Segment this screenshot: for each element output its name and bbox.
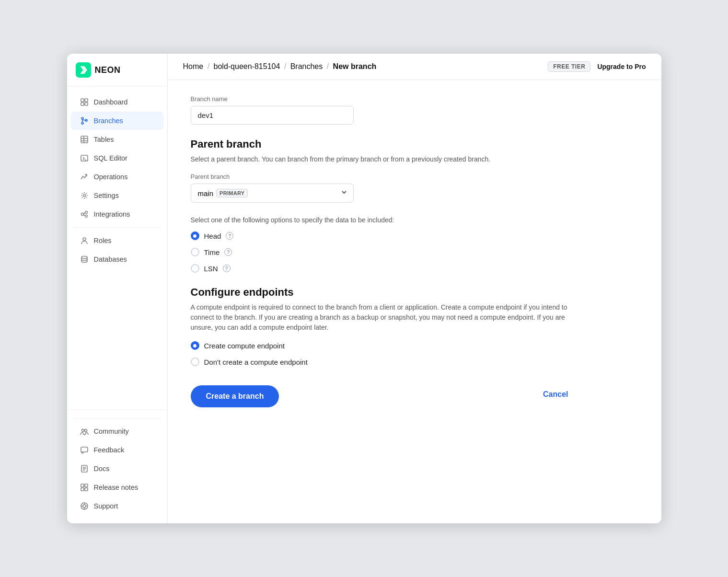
sidebar-item-integrations-label: Integrations	[94, 210, 130, 218]
svg-point-36	[83, 505, 86, 508]
sidebar-item-feedback[interactable]: Feedback	[71, 441, 163, 459]
sidebar-item-databases[interactable]: Databases	[71, 250, 163, 268]
sidebar-item-release-label: Release notes	[94, 484, 139, 491]
sidebar-item-roles[interactable]: Roles	[71, 231, 163, 250]
integrations-icon	[80, 209, 89, 219]
parent-branch-select[interactable]: main PRIMARY	[191, 184, 354, 203]
sidebar-item-integrations[interactable]: Integrations	[71, 205, 163, 223]
options-desc: Select one of the following options to s…	[191, 216, 576, 224]
sidebar-item-release-notes[interactable]: Release notes	[71, 478, 163, 496]
sidebar-item-settings[interactable]: Settings	[71, 186, 163, 205]
breadcrumb-sep-3: /	[327, 62, 331, 70]
svg-rect-31	[81, 484, 84, 487]
sidebar-item-sql-editor[interactable]: SQL Editor	[71, 149, 163, 167]
table-icon	[80, 135, 89, 144]
neon-logo-icon	[76, 62, 91, 78]
radio-create-endpoint-circle	[191, 341, 199, 350]
svg-point-22	[83, 238, 86, 241]
sidebar-item-roles-label: Roles	[94, 237, 112, 244]
svg-point-19	[85, 215, 87, 218]
svg-line-21	[83, 215, 85, 216]
svg-point-17	[81, 213, 83, 216]
databases-icon	[80, 254, 89, 264]
parent-branch-select-wrapper[interactable]: main PRIMARY	[191, 184, 354, 203]
cancel-button[interactable]: Cancel	[535, 383, 576, 405]
create-branch-button[interactable]: Create a branch	[191, 385, 279, 407]
form-actions: Create a branch Cancel	[191, 381, 576, 407]
branch-icon	[80, 116, 89, 126]
sidebar-item-tables-label: Tables	[94, 136, 114, 143]
sidebar-item-dashboard-label: Dashboard	[94, 98, 128, 106]
radio-head-circle	[191, 231, 199, 240]
svg-point-6	[81, 122, 83, 124]
radio-head-label: Head	[204, 232, 221, 240]
radio-create-endpoint-label: Create compute endpoint	[204, 342, 285, 350]
sidebar-item-support[interactable]: Support	[71, 497, 163, 515]
svg-rect-3	[81, 103, 84, 105]
svg-rect-2	[85, 99, 88, 102]
svg-point-24	[81, 429, 84, 432]
release-icon	[80, 483, 89, 492]
radio-head[interactable]: Head ?	[191, 231, 576, 240]
operations-icon	[80, 172, 89, 182]
main-content: Home / bold-queen-815104 / Branches / Ne…	[168, 54, 661, 523]
breadcrumb-project[interactable]: bold-queen-815104	[214, 62, 280, 70]
svg-point-16	[83, 195, 85, 197]
parent-branch-desc: Select a parent branch. You can branch f…	[191, 154, 576, 164]
logo-area: NEON	[67, 54, 167, 87]
nav-divider-1	[73, 227, 162, 228]
sidebar-item-community[interactable]: Community	[71, 422, 163, 440]
lsn-help-icon[interactable]: ?	[223, 265, 231, 272]
radio-no-endpoint[interactable]: Don't create a compute endpoint	[191, 358, 576, 366]
sidebar: NEON Dashboard Branches	[67, 54, 168, 523]
radio-lsn-circle	[191, 264, 199, 273]
svg-point-5	[81, 117, 83, 119]
breadcrumb-current: New branch	[333, 62, 377, 70]
sidebar-item-support-label: Support	[94, 502, 118, 510]
sidebar-item-docs-label: Docs	[94, 465, 110, 473]
svg-point-18	[85, 211, 87, 214]
sidebar-item-operations[interactable]: Operations	[71, 168, 163, 186]
radio-lsn[interactable]: LSN ?	[191, 264, 576, 273]
docs-icon	[80, 464, 89, 473]
free-tier-badge: FREE TIER	[548, 61, 590, 72]
primary-badge: PRIMARY	[216, 189, 248, 197]
data-radio-group: Head ? Time ? LSN ?	[191, 231, 576, 273]
radio-time[interactable]: Time ?	[191, 248, 576, 256]
sidebar-item-docs[interactable]: Docs	[71, 460, 163, 478]
sidebar-item-settings-label: Settings	[94, 192, 119, 199]
svg-point-25	[84, 429, 87, 432]
configure-title: Configure endpoints	[191, 286, 576, 299]
time-help-icon[interactable]: ?	[224, 248, 232, 256]
sidebar-item-tables[interactable]: Tables	[71, 130, 163, 149]
nav-divider-2	[73, 418, 162, 418]
head-help-icon[interactable]: ?	[226, 232, 233, 240]
svg-point-23	[81, 256, 87, 259]
community-icon	[80, 427, 89, 436]
breadcrumb-branches[interactable]: Branches	[290, 62, 323, 70]
radio-create-endpoint[interactable]: Create compute endpoint	[191, 341, 576, 350]
upgrade-link[interactable]: Upgrade to Pro	[597, 63, 646, 70]
svg-line-20	[83, 213, 85, 214]
endpoint-radio-group: Create compute endpoint Don't create a c…	[191, 341, 576, 366]
parent-branch-title: Parent branch	[191, 138, 576, 150]
terminal-icon	[80, 153, 89, 163]
parent-branch-field-label: Parent branch	[191, 173, 576, 180]
radio-time-circle	[191, 248, 199, 256]
radio-time-label: Time	[204, 248, 220, 256]
sidebar-item-operations-label: Operations	[94, 173, 128, 181]
svg-rect-26	[81, 447, 88, 452]
sidebar-item-feedback-label: Feedback	[94, 446, 125, 454]
sidebar-item-dashboard[interactable]: Dashboard	[71, 93, 163, 111]
svg-rect-34	[85, 488, 88, 491]
radio-no-endpoint-circle	[191, 358, 199, 366]
sidebar-bottom: Community Feedback Docs Re	[67, 410, 167, 523]
breadcrumb-home[interactable]: Home	[183, 62, 204, 70]
sidebar-nav: Dashboard Branches Tables	[67, 87, 167, 410]
radio-no-endpoint-label: Don't create a compute endpoint	[204, 358, 308, 366]
svg-rect-8	[81, 136, 88, 143]
sidebar-item-branches[interactable]: Branches	[71, 112, 163, 130]
topbar: Home / bold-queen-815104 / Branches / Ne…	[168, 54, 661, 80]
branch-name-input[interactable]	[191, 106, 354, 125]
branch-name-label: Branch name	[191, 95, 576, 103]
